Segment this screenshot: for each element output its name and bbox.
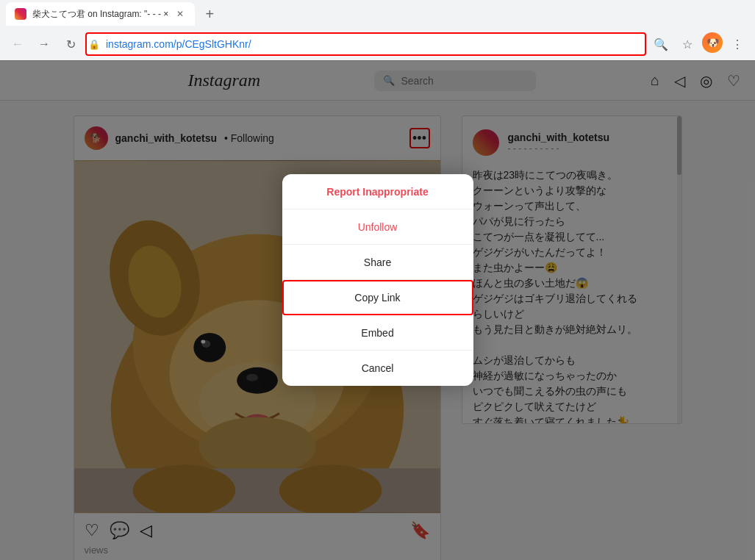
modal-dialog: Report Inappropriate Unfollow Share Copy… — [282, 174, 473, 386]
avatar-image: 🐶 — [702, 32, 723, 53]
lock-icon: 🔒 — [88, 39, 100, 50]
tab-close-button[interactable]: ✕ — [174, 8, 186, 20]
report-inappropriate-button[interactable]: Report Inappropriate — [282, 174, 473, 209]
unfollow-button[interactable]: Unfollow — [282, 209, 473, 245]
menu-icon-btn[interactable]: ⋮ — [726, 32, 749, 56]
tab-title: 柴犬こてつ君 on Instagram: "- - - × — [32, 8, 168, 21]
cancel-button[interactable]: Cancel — [282, 351, 473, 386]
nav-bar: ← → ↻ 🔒 instagram.com/p/CEgSltGHKnr/ 🔍 ☆… — [0, 28, 755, 60]
address-url: instagram.com/p/CEgSltGHKnr/ — [106, 38, 643, 50]
new-tab-button[interactable]: + — [199, 4, 220, 24]
browser-chrome: 柴犬こてつ君 on Instagram: "- - - × ✕ + ← → ↻ … — [0, 0, 755, 61]
refresh-button[interactable]: ↻ — [59, 32, 82, 56]
page-wrapper: 柴犬こてつ君 on Instagram: "- - - × ✕ + ← → ↻ … — [0, 0, 755, 560]
address-bar[interactable]: 🔒 instagram.com/p/CEgSltGHKnr/ — [85, 32, 646, 56]
copy-link-button[interactable]: Copy Link — [282, 280, 473, 315]
back-button[interactable]: ← — [6, 32, 29, 56]
instagram-favicon — [15, 8, 26, 20]
browser-tab[interactable]: 柴犬こてつ君 on Instagram: "- - - × ✕ — [6, 2, 195, 26]
tab-favicon — [15, 8, 26, 20]
bookmark-icon-btn[interactable]: ☆ — [676, 32, 699, 56]
title-bar: 柴犬こてつ君 on Instagram: "- - - × ✕ + — [0, 0, 755, 28]
profile-avatar[interactable]: 🐶 — [702, 32, 723, 53]
share-button[interactable]: Share — [282, 245, 473, 280]
url-domain: instagram.com — [106, 38, 173, 50]
forward-button[interactable]: → — [32, 32, 56, 56]
nav-icons: 🔍 ☆ 🐶 ⋮ — [649, 32, 749, 56]
embed-button[interactable]: Embed — [282, 315, 473, 351]
url-path: /p/CEgSltGHKnr/ — [173, 38, 251, 50]
search-icon-btn[interactable]: 🔍 — [649, 32, 673, 56]
